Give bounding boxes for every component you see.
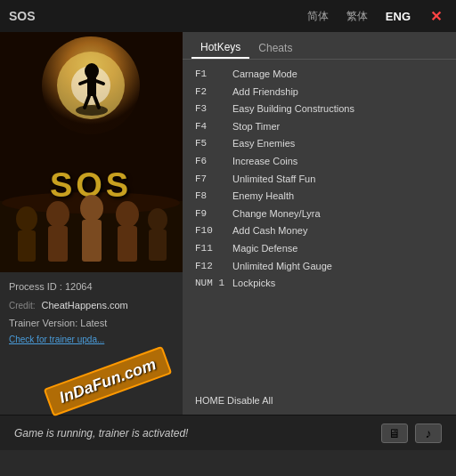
disable-all: HOME Disable All [183,390,456,411]
cheat-list: F1Carnage ModeF2Add FriendshipF3Easy Bui… [183,60,456,386]
cheat-key: F6 [195,154,232,170]
cheat-name: Change Money/Lyra [232,206,321,222]
svg-rect-19 [82,220,102,262]
app-title: SOS [9,9,36,23]
info-section: Process ID : 12064 Credit: CheatHappens.… [0,272,183,415]
svg-point-22 [148,208,167,231]
cheat-item: F7Unlimited Staff Fun [195,172,444,188]
cheat-item: F9Change Money/Lyra [195,206,444,222]
svg-line-6 [80,81,87,84]
music-icon-button[interactable]: ♪ [415,424,442,443]
cheat-item: F4Stop Timer [195,119,444,135]
cheat-key: F4 [195,119,232,135]
lang-simplified[interactable]: 简体 [304,7,332,26]
cheat-key: F9 [195,206,232,222]
close-button[interactable]: ✕ [425,6,447,27]
cheat-item: F2Add Friendship [195,85,444,101]
cheat-name: Carnage Mode [232,67,297,83]
svg-point-20 [116,201,139,228]
cheat-item: F1Carnage Mode [195,67,444,83]
cheat-name: Increase Coins [232,154,297,170]
cheat-name: Lockpicks [232,276,275,292]
cheat-name: Easy Building Constructions [232,101,354,117]
svg-rect-17 [48,226,68,262]
tab-hotkeys[interactable]: HotKeys [191,37,249,59]
svg-rect-4 [87,77,96,96]
cheat-key: F3 [195,101,232,117]
svg-rect-15 [18,230,36,262]
cheat-item: F5Easy Enemies [195,136,444,152]
monitor-icon-button[interactable]: 🖥 [381,424,408,443]
status-bar: Game is running, trainer is activated! 🖥… [0,415,456,450]
cheat-key: F7 [195,172,232,188]
cheat-name: Easy Enemies [232,136,295,152]
svg-rect-21 [118,226,137,262]
cheat-key: F2 [195,85,232,101]
cheat-name: Add Cash Money [232,223,307,239]
cheat-item: F10Add Cash Money [195,223,444,239]
status-icons: 🖥 ♪ [381,424,442,443]
credit-label: Credit: [9,301,35,311]
cheat-key: F12 [195,259,232,275]
update-link[interactable]: Check for trainer upda... [9,335,174,344]
cheat-name: Unlimited Might Gauge [232,259,332,275]
title-bar: SOS 简体 繁体 ENG ✕ [0,0,456,32]
svg-point-14 [16,206,37,231]
svg-rect-23 [149,230,167,261]
svg-point-10 [76,105,108,116]
cheat-item: F11Magic Defense [195,241,444,257]
cheat-key: F1 [195,67,232,83]
cheat-name: Enemy Health [232,189,294,205]
status-message: Game is running, trainer is activated! [14,427,188,440]
cheat-key: F10 [195,223,232,239]
game-image: SOS [0,32,183,272]
cheat-item: NUM 1Lockpicks [195,276,444,292]
version-line: Trainer Version: Latest [9,316,174,331]
cheat-name: Magic Defense [232,241,297,257]
tab-cheats[interactable]: Cheats [249,37,301,59]
cheat-key: F8 [195,189,232,205]
svg-point-5 [85,63,99,79]
credit-value: CheatHappens.com [42,300,128,311]
svg-point-18 [80,195,103,222]
credit-line: Credit: CheatHappens.com [9,298,174,313]
title-bar-left: SOS [9,8,304,24]
lang-traditional[interactable]: 繁体 [343,7,371,26]
cheat-key: F5 [195,136,232,152]
title-bar-right: 简体 繁体 ENG ✕ [304,6,447,27]
cheat-item: F12Unlimited Might Gauge [195,259,444,275]
cheat-name: Add Friendship [232,85,298,101]
cheat-key: F11 [195,241,232,257]
cheat-item: F6Increase Coins [195,154,444,170]
svg-point-16 [46,201,69,228]
cheat-item: F3Easy Building Constructions [195,101,444,117]
left-panel: SOS [0,32,183,415]
cheat-name: Unlimited Staff Fun [232,172,315,188]
cheat-name: Stop Timer [232,119,280,135]
process-id: Process ID : 12064 [9,279,174,294]
main-content: SOS [0,32,456,415]
tabs-row: HotKeys Cheats [183,32,456,60]
svg-line-7 [96,81,103,84]
cheat-item: F8Enemy Health [195,189,444,205]
cheat-key: NUM 1 [195,276,232,292]
lang-english[interactable]: ENG [382,8,414,25]
right-panel: HotKeys Cheats F1Carnage ModeF2Add Frien… [183,32,456,415]
